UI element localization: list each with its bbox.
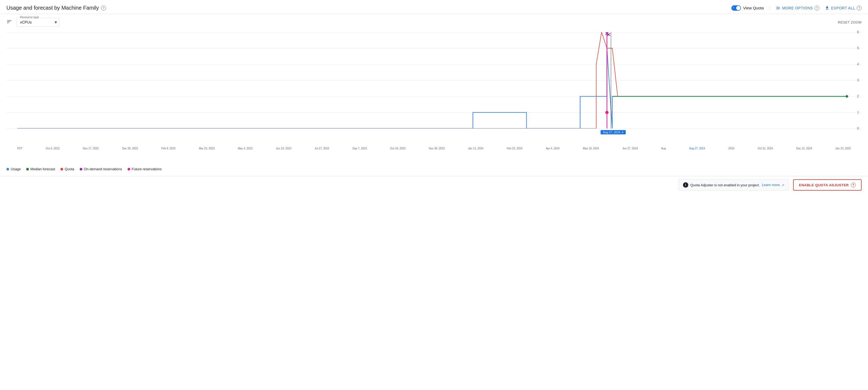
more-options-help-icon[interactable]: ? xyxy=(814,6,819,10)
x-label-jul23: Jul 27, 2023 xyxy=(315,147,330,150)
x-label-may24: May 16, 2024 xyxy=(583,147,599,150)
footer-bar: i Quota Adjuster is not enabled in your … xyxy=(0,176,868,194)
x-label-feb24: Feb 22, 2024 xyxy=(507,147,523,150)
toolbar: Resource type vCPUs ▾ RESET ZOOM xyxy=(0,14,868,29)
y-label-1: 1 xyxy=(857,111,859,114)
learn-more-link[interactable]: Learn more. ↗ xyxy=(762,183,784,187)
selected-date-badge: Aug 27, 2024 ✕ xyxy=(600,130,625,134)
learn-more-label: Learn more. xyxy=(762,183,780,187)
divider-1: | xyxy=(769,5,770,11)
x-label-oct23: Oct 19, 2023 xyxy=(390,147,405,150)
chart-container: 6 5 4 3 2 1 0 xyxy=(6,32,862,139)
more-options-button[interactable]: MORE OPTIONS ? xyxy=(776,6,819,10)
toggle-knob xyxy=(736,6,740,10)
selected-date-text: Aug 27, 2024 xyxy=(603,131,620,134)
x-label-aug24-1: Aug xyxy=(661,147,666,150)
quota-line xyxy=(17,32,848,129)
x-label-feb23: Feb 9, 2023 xyxy=(161,147,176,150)
view-quota-switch[interactable]: ✓ xyxy=(731,5,741,11)
x-label-nov23: Nov 30, 2023 xyxy=(429,147,445,150)
grid-line-0 xyxy=(6,129,862,129)
info-icon: i xyxy=(683,182,688,188)
x-label-pdt: PDT xyxy=(17,147,23,150)
legend-item-on-demand: On-demand reservations xyxy=(80,167,122,171)
export-help-icon[interactable]: ? xyxy=(857,6,862,10)
y-label-4: 4 xyxy=(857,62,859,66)
quota-notice-text: Quota Adjuster is not enabled in your pr… xyxy=(690,183,760,187)
legend-item-usage: Usage xyxy=(6,167,21,171)
x-label-apr24: Apr 4, 2024 xyxy=(546,147,560,150)
x-label-dec24: Dec 12, 2024 xyxy=(796,147,812,150)
legend-label-future: Future reservations xyxy=(132,167,162,171)
toolbar-left: Resource type vCPUs ▾ xyxy=(6,18,59,27)
median-forecast-diamond xyxy=(845,95,848,98)
toggle-check-icon: ✓ xyxy=(733,6,735,9)
legend-item-median-forecast: Median forecast xyxy=(26,167,55,171)
chart-area: 6 5 4 3 2 1 0 xyxy=(0,32,868,150)
y-label-3: 3 xyxy=(857,78,859,82)
view-quota-label: View Quota xyxy=(743,6,764,10)
filter-icon[interactable] xyxy=(6,19,12,26)
x-label-2024: 2024 xyxy=(728,147,734,150)
legend-dot-median-forecast xyxy=(26,168,29,170)
view-quota-toggle[interactable]: ✓ View Quota xyxy=(731,5,764,11)
reset-zoom-button[interactable]: RESET ZOOM xyxy=(838,20,862,24)
chart-svg-wrapper: ✕ Aug 27, 2024 ✕ xyxy=(17,32,848,129)
export-all-label: EXPORT ALL xyxy=(831,6,855,10)
title-help-icon[interactable]: ? xyxy=(101,6,106,10)
more-options-label: MORE OPTIONS xyxy=(782,6,813,10)
x-label-nov22: Nov 17, 2022 xyxy=(83,147,99,150)
legend-item-future: Future reservations xyxy=(128,167,162,171)
header-left: Usage and forecast by Machine Family ? xyxy=(6,5,106,11)
chart-legend: Usage Median forecast Quota On-demand re… xyxy=(0,163,868,175)
x-label-may23: May 4, 2023 xyxy=(238,147,252,150)
chart-svg: ✕ xyxy=(17,32,848,129)
quota-notice: i Quota Adjuster is not enabled in your … xyxy=(678,179,789,191)
x-label-jun23: Jun 15, 2023 xyxy=(276,147,291,150)
x-label-jan24: Jan 11, 2024 xyxy=(468,147,484,150)
download-icon xyxy=(825,6,830,10)
y-label-6: 6 xyxy=(857,30,859,34)
future-reservations-dot xyxy=(606,111,609,114)
legend-dot-future xyxy=(128,168,130,170)
legend-dot-quota xyxy=(60,168,63,170)
legend-label-quota: Quota xyxy=(65,167,74,171)
resource-type-dropdown[interactable]: Resource type vCPUs ▾ xyxy=(17,18,59,27)
x-label-sep23: Sep 7, 2023 xyxy=(352,147,367,150)
enable-quota-label: ENABLE QUOTA ADJUSTER xyxy=(799,183,849,187)
x-label-jun24: Jun 27, 2024 xyxy=(622,147,638,150)
x-label-mar23: Mar 23, 2023 xyxy=(199,147,214,150)
y-label-5: 5 xyxy=(857,46,859,50)
x-label-oct24: Oct 31, 2024 xyxy=(757,147,773,150)
export-all-button[interactable]: EXPORT ALL ? xyxy=(825,6,862,10)
legend-label-on-demand: On-demand reservations xyxy=(84,167,122,171)
on-demand-cross: ✕ xyxy=(607,32,611,37)
legend-label-median-forecast: Median forecast xyxy=(30,167,55,171)
dropdown-arrow-icon: ▾ xyxy=(55,19,57,25)
options-icon xyxy=(776,6,780,10)
x-label-oct22: Oct 6, 2022 xyxy=(46,147,60,150)
badge-close-icon[interactable]: ✕ xyxy=(621,131,624,134)
legend-dot-usage xyxy=(6,168,9,170)
page-header: Usage and forecast by Machine Family ? ✓… xyxy=(0,0,868,14)
legend-dot-on-demand xyxy=(80,168,82,170)
legend-label-usage: Usage xyxy=(11,167,21,171)
resource-type-label: Resource type xyxy=(19,16,40,19)
x-label-aug27: Aug 27, 2024 xyxy=(689,147,705,150)
x-label-jan25: Jan 23, 2025 xyxy=(835,147,851,150)
enable-quota-help-icon[interactable]: ? xyxy=(851,183,856,187)
enable-quota-adjuster-button[interactable]: ENABLE QUOTA ADJUSTER ? xyxy=(793,179,862,191)
y-label-0: 0 xyxy=(857,127,859,130)
page-title: Usage and forecast by Machine Family xyxy=(6,5,99,11)
header-right: ✓ View Quota | MORE OPTIONS ? EXPORT ALL… xyxy=(731,5,862,11)
resource-type-value: vCPUs xyxy=(20,20,32,24)
x-axis: PDT Oct 6, 2022 Nov 17, 2022 Dec 29, 202… xyxy=(6,147,851,150)
external-link-icon: ↗ xyxy=(782,183,784,187)
x-label-dec22: Dec 29, 2022 xyxy=(122,147,138,150)
legend-item-quota: Quota xyxy=(60,167,74,171)
usage-line xyxy=(17,48,848,129)
y-label-2: 2 xyxy=(857,94,859,98)
